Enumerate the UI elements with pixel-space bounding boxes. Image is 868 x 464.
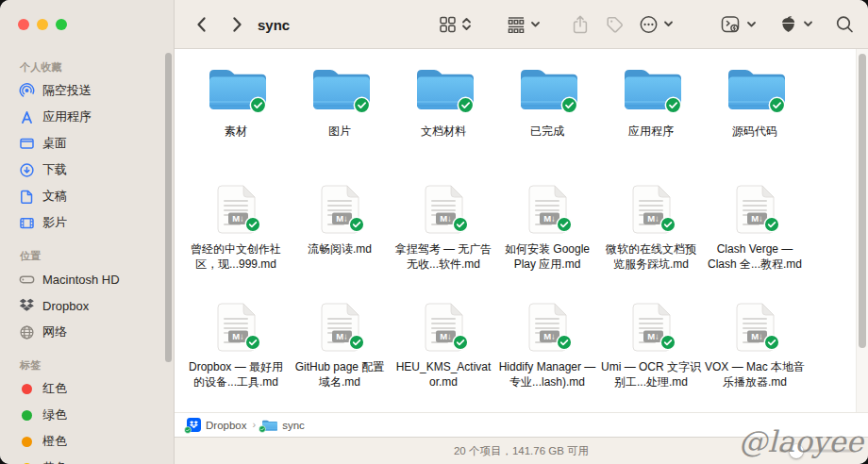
acorn-app-control[interactable]	[778, 14, 813, 34]
sidebar-item-label: 文稿	[42, 188, 67, 205]
path-segment-sync[interactable]: sync	[261, 419, 305, 432]
document-label: Umi — OCR 文字识别工...处理.md	[601, 360, 701, 389]
synced-check-icon	[452, 216, 469, 233]
document-item[interactable]: GitHub page 配置域名.md	[288, 302, 392, 389]
synced-check-icon	[659, 216, 676, 233]
sidebar-item-downloads[interactable]: 下载	[0, 157, 174, 183]
document-row: Dropbox — 最好用的设备...工具.md GitHub page 配置域…	[184, 302, 807, 389]
sidebar-item-documents[interactable]: 文稿	[0, 183, 174, 209]
sidebar-item-macintosh-hd[interactable]: Macintosh HD	[0, 266, 174, 292]
document-label: VOX — Mac 本地音乐播放器.md	[705, 360, 805, 389]
synced-check-icon	[560, 96, 578, 114]
path-segment-label: sync	[282, 420, 305, 431]
scrollbar-track[interactable]	[856, 49, 868, 412]
chevron-down-icon	[746, 21, 757, 28]
sidebar-item-label: 应用程序	[42, 108, 92, 125]
folder-item[interactable]: 源码代码	[703, 64, 807, 140]
scrollbar-thumb[interactable]	[859, 54, 866, 348]
share-button[interactable]	[571, 14, 590, 35]
synced-check-icon	[184, 426, 192, 434]
folder-icon	[309, 64, 370, 111]
folder-icon	[261, 419, 277, 432]
red-tag-icon	[22, 384, 32, 394]
close-button[interactable]	[18, 19, 29, 30]
document-label: 拿捏驾考 — 无广告无收...软件.md	[393, 242, 493, 272]
network-globe-icon	[18, 323, 35, 340]
folder-item[interactable]: 已完成	[495, 64, 599, 140]
icon-size-slider[interactable]	[779, 450, 853, 453]
path-segment-dropbox[interactable]: Dropbox	[187, 418, 246, 432]
minimize-button[interactable]	[37, 19, 48, 30]
synced-check-icon	[664, 96, 682, 114]
zoom-button[interactable]	[56, 19, 67, 30]
sidebar-item-network[interactable]: 网络	[0, 319, 174, 345]
document-item[interactable]: 微软的在线文档预览服务踩坑.md	[599, 184, 703, 272]
folder-item[interactable]: 图片	[288, 64, 392, 140]
airdrop-icon	[18, 82, 35, 99]
main-pane: sync	[175, 0, 868, 464]
back-button[interactable]	[192, 14, 212, 35]
group-by-control[interactable]	[507, 16, 541, 33]
view-mode-control[interactable]	[439, 15, 472, 33]
applications-icon	[18, 108, 35, 125]
synced-check-icon	[768, 96, 786, 114]
markdown-file-icon	[215, 184, 257, 235]
document-item[interactable]: 流畅阅读.md	[288, 184, 392, 272]
document-label: Dropbox — 最好用的设备...工具.md	[186, 360, 286, 389]
markdown-file-icon	[423, 302, 464, 353]
document-label: 流畅阅读.md	[308, 242, 372, 257]
sidebar-item-label: 隔空投送	[42, 82, 92, 99]
folder-item[interactable]: 素材	[184, 64, 288, 140]
sidebar-scrollbar[interactable]	[165, 53, 172, 362]
document-item[interactable]: 拿捏驾考 — 无广告无收...软件.md	[392, 184, 495, 272]
document-item[interactable]: VOX — Mac 本地音乐播放器.md	[703, 302, 807, 389]
quick-action-control[interactable]	[720, 14, 757, 35]
document-label: 微软的在线文档预览服务踩坑.md	[601, 242, 701, 272]
synced-check-icon	[556, 216, 573, 233]
folder-icon	[725, 64, 785, 111]
sidebar-item-tag-red[interactable]: 红色	[0, 375, 174, 402]
sidebar-item-movies[interactable]: 影片	[0, 209, 174, 236]
sidebar-item-dropbox[interactable]: Dropbox	[0, 292, 174, 319]
sidebar-section-locations: 位置 Macintosh HD Dropbox	[0, 247, 174, 345]
more-actions-control[interactable]	[639, 14, 674, 34]
sidebar-item-label: 橙色	[42, 433, 67, 450]
sidebar-item-applications[interactable]: 应用程序	[0, 104, 174, 130]
sidebar-item-tag-yellow[interactable]: 黄色	[0, 455, 174, 464]
sidebar-item-tag-green[interactable]: 绿色	[0, 402, 174, 428]
synced-check-icon	[249, 96, 267, 114]
sidebar-item-label: 网络	[42, 323, 67, 340]
synced-check-icon	[763, 334, 780, 351]
group-by-icon	[507, 16, 526, 33]
sidebar-item-tag-orange[interactable]: 橙色	[0, 428, 174, 455]
tag-button[interactable]	[605, 14, 625, 34]
document-item[interactable]: HEU_KMS_Activator.md	[392, 302, 495, 389]
document-item[interactable]: 如何安装 Google Play 应用.md	[495, 184, 599, 272]
document-item[interactable]: Clash Verge — Clash 全...教程.md	[703, 184, 807, 272]
sidebar-item-airdrop[interactable]: 隔空投送	[0, 77, 174, 104]
folder-item[interactable]: 文档材料	[392, 64, 495, 140]
forward-button[interactable]	[226, 14, 247, 35]
markdown-file-icon	[526, 302, 568, 353]
synced-check-icon	[763, 216, 780, 233]
markdown-file-icon	[526, 184, 568, 235]
document-label: HEU_KMS_Activator.md	[393, 360, 493, 389]
section-title: 标签	[0, 356, 174, 375]
acorn-app-icon	[778, 14, 798, 34]
section-title: 位置	[0, 247, 174, 266]
document-item[interactable]: Dropbox — 最好用的设备...工具.md	[184, 302, 288, 389]
document-item[interactable]: Hiddify Manager — 专业...lash).md	[495, 302, 599, 389]
synced-check-icon	[457, 96, 475, 114]
document-item[interactable]: 曾经的中文创作社区，现...999.md	[184, 184, 288, 272]
document-item[interactable]: Umi — OCR 文字识别工...处理.md	[599, 302, 703, 389]
sidebar-item-desktop[interactable]: 桌面	[0, 130, 174, 157]
markdown-file-icon	[319, 184, 360, 235]
file-browser-content: 素材 图片 文档材料	[175, 49, 868, 412]
slider-knob[interactable]	[790, 444, 804, 458]
synced-check-icon	[348, 216, 365, 233]
sidebar-section-favorites: 个人收藏 隔空投送 应用程序	[0, 58, 174, 236]
folder-item[interactable]: 应用程序	[599, 64, 703, 140]
search-button[interactable]	[835, 14, 855, 34]
folder-label: 素材	[225, 124, 247, 140]
markdown-file-icon	[734, 184, 776, 235]
